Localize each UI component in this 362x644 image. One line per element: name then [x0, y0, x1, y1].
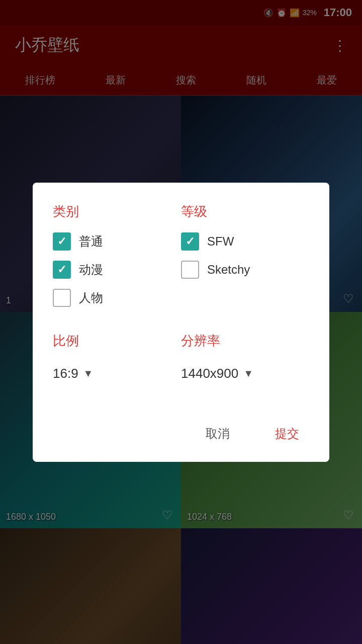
- ratio-title: 比例: [53, 332, 181, 350]
- ratio-arrow-icon: ▼: [83, 368, 94, 379]
- checkbox-sketchy-row: Sketchy: [181, 261, 309, 279]
- checkbox-renwu-row: 人物: [53, 289, 181, 307]
- checkbox-sketchy[interactable]: [181, 261, 199, 279]
- checkbox-renwu[interactable]: [53, 289, 71, 307]
- grade-title: 等级: [181, 203, 309, 220]
- resolution-arrow-icon: ▼: [243, 368, 253, 379]
- checkbox-sfw[interactable]: [181, 232, 199, 251]
- category-section: 类别 普通 动漫 人物: [53, 203, 181, 317]
- cancel-button[interactable]: 取消: [196, 421, 240, 447]
- ratio-value: 16:9: [53, 366, 78, 381]
- resolution-dropdown[interactable]: 1440x900 ▼: [181, 362, 309, 385]
- checkbox-dongman[interactable]: [53, 261, 71, 279]
- label-renwu: 人物: [79, 290, 103, 306]
- checkbox-dongman-row: 动漫: [53, 261, 181, 279]
- label-sketchy: Sketchy: [207, 263, 250, 277]
- label-putong: 普通: [79, 233, 103, 250]
- checkbox-putong-row: 普通: [53, 232, 181, 251]
- dialog-buttons: 取消 提交: [53, 411, 309, 447]
- submit-button[interactable]: 提交: [265, 421, 309, 447]
- label-sfw: SFW: [207, 234, 234, 249]
- checkbox-sfw-row: SFW: [181, 232, 309, 251]
- resolution-title: 分辨率: [181, 332, 309, 350]
- filter-dialog: 类别 普通 动漫 人物 等级 SFW: [33, 183, 329, 462]
- ratio-section: 比例 16:9 ▼: [53, 332, 181, 385]
- ratio-dropdown[interactable]: 16:9 ▼: [53, 362, 181, 385]
- resolution-value: 1440x900: [181, 366, 238, 381]
- dialog-overlay: 类别 普通 动漫 人物 等级 SFW: [0, 0, 362, 644]
- category-title: 类别: [53, 203, 181, 220]
- grade-section: 等级 SFW Sketchy: [181, 203, 309, 317]
- label-dongman: 动漫: [79, 262, 103, 278]
- checkbox-putong[interactable]: [53, 232, 71, 251]
- resolution-section: 分辨率 1440x900 ▼: [181, 332, 309, 385]
